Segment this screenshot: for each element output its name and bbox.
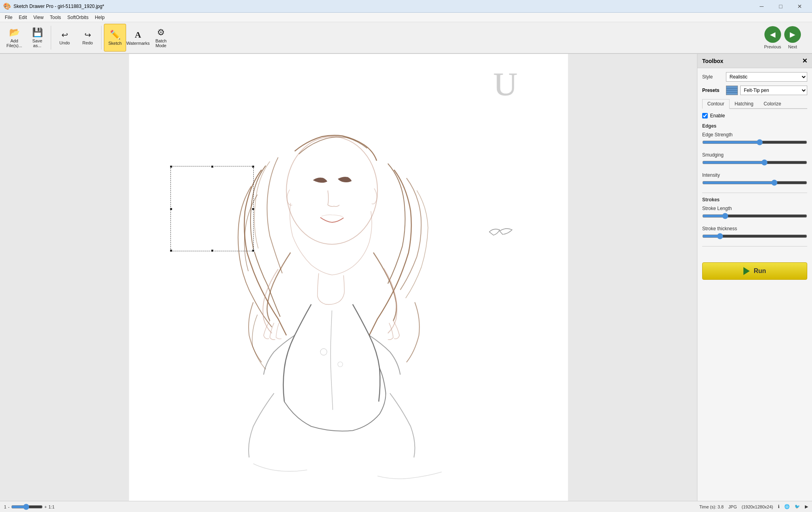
- run-button-area: Run: [702, 250, 807, 284]
- menu-view[interactable]: View: [30, 14, 47, 21]
- format-label: JPG: [728, 504, 737, 509]
- zoom-slider[interactable]: [11, 504, 43, 510]
- strokes-section-title: Strokes: [702, 197, 807, 203]
- dimensions-label: (1920x1280x24): [741, 504, 773, 509]
- separator2: [101, 26, 102, 50]
- tab-hatching[interactable]: Hatching: [730, 99, 758, 108]
- svg-point-4: [338, 362, 343, 367]
- add-files-icon: 📂: [9, 27, 20, 38]
- zoom-plus-icon[interactable]: +: [44, 504, 47, 509]
- menubar: File Edit View Tools SoftOrbits Help: [0, 13, 812, 22]
- run-label: Run: [754, 267, 766, 275]
- add-files-button[interactable]: 📂 Add File(s)...: [3, 24, 25, 52]
- status-left: 1 - + 1:1: [4, 504, 55, 510]
- menu-file[interactable]: File: [2, 14, 15, 21]
- toolbar: 📂 Add File(s)... 💾 Save as... ↩ Undo ↪ R…: [0, 22, 812, 54]
- presets-select[interactable]: Felt-Tip pen Pencil Sketch Charcoal Ball…: [740, 86, 807, 95]
- menu-help[interactable]: Help: [92, 14, 108, 21]
- batch-mode-button[interactable]: ⚙ Batch Mode: [150, 24, 172, 52]
- nav-buttons: ◀ Previous ▶ Next: [764, 26, 809, 49]
- previous-icon: ◀: [764, 26, 781, 43]
- toolbox-close-icon[interactable]: ✕: [802, 57, 807, 65]
- save-as-button[interactable]: 💾 Save as...: [26, 24, 48, 52]
- smudging-slider[interactable]: [702, 159, 807, 166]
- selection-handle-bl[interactable]: [170, 249, 172, 252]
- info-icon[interactable]: ℹ: [778, 504, 779, 509]
- stroke-thickness-slider[interactable]: [702, 233, 807, 239]
- watermarks-label: Watermarks: [126, 41, 150, 46]
- maximize-button[interactable]: □: [772, 0, 790, 13]
- svg-rect-0: [129, 54, 568, 501]
- time-label: Time (s): 3.8: [699, 504, 724, 509]
- close-button[interactable]: ✕: [791, 0, 809, 13]
- style-label: Style: [702, 74, 726, 80]
- selection-box: [170, 166, 254, 251]
- enable-label[interactable]: Enable: [710, 113, 725, 118]
- minimize-button[interactable]: ─: [753, 0, 771, 13]
- watermarks-icon: A: [135, 30, 141, 40]
- menu-edit[interactable]: Edit: [15, 14, 30, 21]
- sketch-icon: ✏️: [110, 30, 121, 40]
- svg-point-2: [286, 137, 377, 245]
- intensity-row: Intensity: [702, 172, 807, 187]
- stroke-length-label: Stroke Length: [702, 206, 807, 211]
- save-as-icon: 💾: [32, 27, 43, 38]
- smudging-row: Smudging: [702, 152, 807, 167]
- window-title: Sketch Drawer Pro - girl-511883_1920.jpg…: [13, 4, 753, 9]
- style-select[interactable]: Realistic Artistic Cartoon Pencil: [726, 72, 807, 82]
- sketch-button[interactable]: ✏️ Sketch: [104, 24, 126, 52]
- stroke-thickness-row: Stroke thickness: [702, 226, 807, 241]
- undo-icon: ↩: [61, 30, 68, 40]
- presets-row: Presets Felt-Tip pen Pencil Sketch Charc…: [702, 86, 807, 95]
- watermarks-button[interactable]: A Watermarks: [127, 24, 149, 52]
- redo-label: Redo: [82, 40, 93, 45]
- svg-text:U: U: [494, 66, 517, 102]
- toolbox-body: Style Realistic Artistic Cartoon Pencil …: [697, 68, 812, 501]
- batch-mode-icon: ⚙: [157, 27, 165, 38]
- next-button[interactable]: ▶ Next: [784, 26, 801, 49]
- add-files-label: Add File(s)...: [6, 38, 22, 48]
- play-icon[interactable]: ▶: [805, 504, 808, 509]
- selection-handle-ml[interactable]: [170, 208, 172, 210]
- edge-strength-row: Edge Strength: [702, 132, 807, 147]
- twitter-icon[interactable]: 🐦: [795, 504, 800, 509]
- selection-handle-tr[interactable]: [252, 165, 255, 168]
- toolbox-header: Toolbox ✕: [697, 54, 812, 68]
- tab-contour[interactable]: Contour: [702, 99, 730, 109]
- selection-handle-br[interactable]: [252, 249, 255, 252]
- toolbox-panel: Toolbox ✕ Style Realistic Artistic Carto…: [697, 54, 812, 501]
- presets-label: Presets: [702, 88, 726, 93]
- enable-row: Enable: [702, 113, 807, 118]
- zoom-minus-icon[interactable]: -: [8, 504, 10, 509]
- toolbox-title: Toolbox: [702, 58, 723, 64]
- menu-softorbits[interactable]: SoftOrbits: [64, 14, 92, 21]
- status-right: Time (s): 3.8 JPG (1920x1280x24) ℹ 🌐 🐦 ▶: [699, 504, 808, 509]
- menu-tools[interactable]: Tools: [47, 14, 64, 21]
- redo-button[interactable]: ↪ Redo: [77, 24, 99, 52]
- edge-strength-slider[interactable]: [702, 139, 807, 145]
- run-button[interactable]: Run: [702, 262, 807, 280]
- page-indicator: 1: [4, 504, 6, 509]
- selection-handle-mr[interactable]: [252, 208, 255, 210]
- sketch-drawing: U: [0, 54, 697, 501]
- zoom-value: 1:1: [48, 504, 54, 509]
- previous-button[interactable]: ◀ Previous: [764, 26, 781, 49]
- selection-handle-tm[interactable]: [211, 165, 214, 168]
- intensity-slider[interactable]: [702, 180, 807, 186]
- enable-checkbox[interactable]: [702, 113, 708, 118]
- svg-point-3: [320, 349, 327, 355]
- divider1: [702, 193, 807, 193]
- selection-handle-bm[interactable]: [211, 249, 214, 252]
- titlebar: 🎨 Sketch Drawer Pro - girl-511883_1920.j…: [0, 0, 812, 13]
- previous-label: Previous: [764, 44, 781, 49]
- selection-handle-tl[interactable]: [170, 165, 172, 168]
- web-icon[interactable]: 🌐: [784, 504, 790, 509]
- batch-mode-label: Batch Mode: [155, 38, 167, 48]
- tab-colorize[interactable]: Colorize: [758, 99, 786, 108]
- style-row: Style Realistic Artistic Cartoon Pencil: [702, 72, 807, 82]
- separator1: [51, 26, 51, 50]
- undo-button[interactable]: ↩ Undo: [54, 24, 76, 52]
- stroke-thickness-label: Stroke thickness: [702, 226, 807, 231]
- canvas-area[interactable]: U: [0, 54, 697, 501]
- stroke-length-slider[interactable]: [702, 213, 807, 219]
